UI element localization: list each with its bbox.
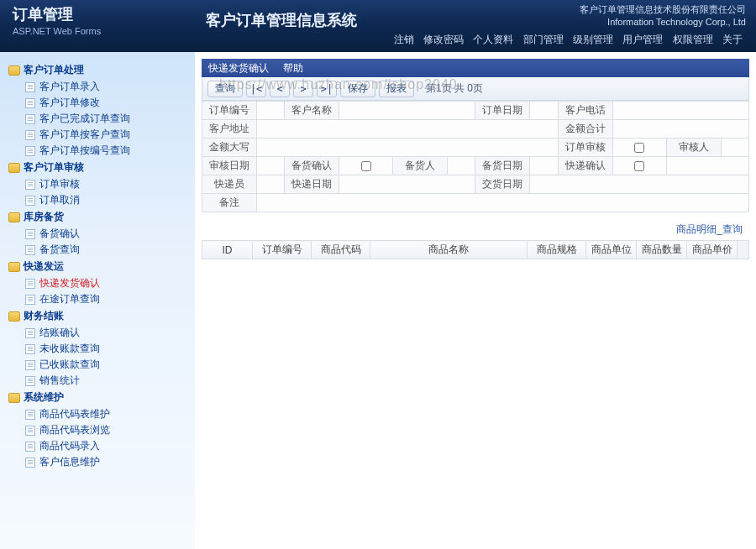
field-amount-cn[interactable] — [257, 139, 559, 157]
document-icon — [25, 245, 35, 255]
document-icon — [25, 328, 35, 338]
nav-first-button[interactable]: |< — [246, 81, 266, 97]
col-scroll — [738, 241, 749, 259]
nav-about[interactable]: 关于 — [722, 34, 743, 45]
label-amount-total: 金额合计 — [558, 120, 612, 139]
sidebar-item[interactable]: 结账确认 — [25, 326, 188, 340]
document-icon — [25, 344, 35, 354]
label-customer-phone: 客户电话 — [558, 102, 612, 120]
field-stock-person[interactable] — [448, 157, 475, 175]
nav-logout[interactable]: 注销 — [394, 34, 414, 45]
system-title: 客户订单管理信息系统 — [206, 10, 357, 30]
sidebar: 客户订单处理客户订单录入客户订单修改客户已完成订单查询客户订单按客户查询客户订单… — [0, 52, 195, 549]
sidebar-item[interactable]: 客户订单修改 — [25, 96, 188, 110]
sidebar-item[interactable]: 备货查询 — [25, 243, 188, 257]
sidebar-item-label: 订单审核 — [39, 177, 80, 191]
sidebar-item[interactable]: 在途订单查询 — [25, 292, 188, 306]
document-icon — [25, 82, 35, 92]
sidebar-item[interactable]: 未收账款查询 — [25, 342, 188, 356]
sidebar-item[interactable]: 客户订单按编号查询 — [25, 144, 188, 158]
stock-confirm-checkbox[interactable] — [361, 161, 371, 171]
label-auditor: 审核人 — [666, 139, 721, 157]
col-product-name: 商品名称 — [370, 241, 528, 259]
sidebar-item-label: 客户订单修改 — [39, 96, 100, 110]
field-auditor[interactable] — [721, 139, 748, 157]
nav-profile[interactable]: 个人资料 — [473, 34, 513, 45]
sidebar-item[interactable]: 商品代码录入 — [25, 439, 188, 453]
nav-change-password[interactable]: 修改密码 — [423, 34, 464, 45]
nav-next-button[interactable]: > — [293, 81, 313, 97]
sidebar-item-label: 已收账款查询 — [39, 358, 100, 372]
grid-title[interactable]: 商品明细_查询 — [202, 212, 749, 240]
folder-label: 系统维护 — [24, 390, 64, 405]
nav-last-button[interactable]: >| — [317, 81, 337, 97]
label-stock-date: 备货日期 — [475, 157, 530, 175]
sidebar-item[interactable]: 备货确认 — [25, 227, 188, 241]
sidebar-folder[interactable]: 快递发运 — [8, 259, 188, 274]
sidebar-folder[interactable]: 客户订单审核 — [8, 160, 188, 175]
document-icon — [25, 410, 35, 420]
panel-header: 快递发货确认 帮助 — [202, 59, 749, 77]
sidebar-item[interactable]: 客户已完成订单查询 — [25, 112, 188, 126]
order-audit-checkbox[interactable] — [634, 143, 644, 153]
document-icon — [25, 295, 35, 305]
folder-label: 库房备货 — [24, 210, 64, 224]
sidebar-folder[interactable]: 财务结账 — [8, 309, 188, 323]
sidebar-item[interactable]: 商品代码表维护 — [25, 407, 188, 421]
express-confirm-checkbox[interactable] — [634, 161, 644, 171]
field-stock-date[interactable] — [530, 157, 558, 175]
query-button[interactable]: 查询 — [207, 81, 243, 97]
field-remark[interactable] — [257, 194, 749, 212]
field-stock-confirm — [339, 157, 393, 175]
sidebar-item[interactable]: 销售统计 — [25, 374, 188, 388]
nav-dept-mgmt[interactable]: 部门管理 — [523, 34, 564, 45]
sidebar-folder[interactable]: 系统维护 — [8, 390, 188, 405]
sidebar-item-label: 订单取消 — [39, 193, 80, 207]
corp-info: 客户订单管理信息技术股份有限责任公司 Information Technolog… — [580, 3, 746, 29]
label-stock-person: 备货人 — [393, 157, 448, 175]
nav-level-mgmt[interactable]: 级别管理 — [573, 34, 613, 45]
field-customer-name[interactable] — [339, 102, 475, 120]
field-customer-addr[interactable] — [257, 120, 559, 139]
nav-user-mgmt[interactable]: 用户管理 — [622, 34, 663, 45]
label-amount-cn: 金额大写 — [202, 139, 257, 157]
report-button[interactable]: 报表 — [379, 81, 414, 97]
sidebar-item-label: 客户订单按客户查询 — [39, 128, 130, 142]
sidebar-item[interactable]: 已收账款查询 — [25, 358, 188, 372]
sidebar-folder[interactable]: 库房备货 — [8, 210, 188, 224]
sidebar-item[interactable]: 客户订单按客户查询 — [25, 128, 188, 142]
sidebar-item[interactable]: 客户订单录入 — [25, 80, 188, 94]
col-spec: 商品规格 — [528, 241, 586, 259]
field-order-date[interactable] — [530, 102, 558, 120]
field-order-no[interactable] — [257, 102, 285, 120]
panel-title[interactable]: 快递发货确认 — [208, 62, 269, 74]
sidebar-item-label: 商品代码表维护 — [39, 407, 110, 421]
sidebar-item[interactable]: 客户信息维护 — [25, 455, 188, 469]
sidebar-item-label: 在途订单查询 — [39, 292, 100, 306]
field-express-confirm — [612, 157, 666, 175]
toolbar: https://www.huzhan.com/ishop2940 查询 |< <… — [202, 77, 749, 101]
sidebar-item[interactable]: 商品代码表浏览 — [25, 423, 188, 437]
sidebar-item-label: 客户信息维护 — [39, 455, 100, 469]
field-audit-date[interactable] — [257, 157, 285, 175]
document-icon — [25, 376, 35, 386]
field-express-date[interactable] — [339, 175, 475, 194]
folder-label: 客户订单审核 — [24, 160, 84, 175]
field-amount-total[interactable] — [612, 120, 748, 139]
save-button[interactable]: 保存 — [340, 81, 375, 97]
field-deliver-date[interactable] — [530, 175, 749, 194]
sidebar-item[interactable]: 快递发货确认 — [25, 276, 188, 290]
document-icon — [25, 442, 35, 452]
sidebar-folder[interactable]: 客户订单处理 — [8, 63, 188, 77]
field-courier[interactable] — [257, 175, 285, 194]
document-icon — [25, 279, 35, 289]
panel-help[interactable]: 帮助 — [283, 62, 303, 74]
nav-prev-button[interactable]: < — [270, 81, 290, 97]
detail-grid: ID 订单编号 商品代码 商品名称 商品规格 商品单位 商品数量 商品单价 — [202, 240, 749, 259]
folder-icon — [8, 262, 20, 272]
sidebar-item[interactable]: 订单取消 — [25, 193, 188, 207]
nav-perm-mgmt[interactable]: 权限管理 — [673, 34, 713, 45]
sidebar-item[interactable]: 订单审核 — [25, 177, 188, 191]
document-icon — [25, 426, 35, 436]
field-customer-phone[interactable] — [612, 102, 748, 120]
